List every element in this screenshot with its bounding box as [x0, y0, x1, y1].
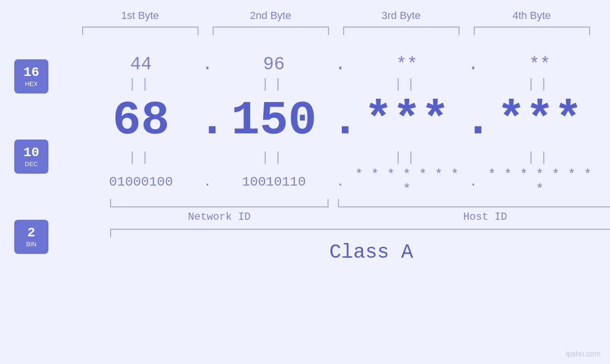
dec-b4: *** — [483, 94, 597, 148]
class-label: Class A — [110, 241, 610, 264]
dec-badge-label: DEC — [25, 160, 38, 168]
hex-badge: 16 HEX — [14, 59, 48, 93]
bin-b2: 10010110 — [217, 175, 331, 189]
hex-b1: 44 — [84, 54, 198, 75]
bin-b4: * * * * * * * * — [483, 167, 597, 196]
equals-row-2: || || || || — [48, 150, 610, 165]
byte4-label: 4th Byte — [467, 9, 597, 22]
eq1-b3: || — [350, 77, 464, 92]
header-row: 1st Byte 2nd Byte 3rd Byte 4th Byte — [75, 9, 597, 22]
bracket-top-1 — [82, 27, 198, 35]
dec-row: 68 . 150 . *** . *** — [48, 94, 610, 148]
dec-b3: *** — [350, 94, 464, 148]
equals-row-1: || || || || — [48, 77, 610, 92]
bin-b1: 01000100 — [84, 175, 198, 189]
dec-badge-num: 10 — [23, 146, 39, 160]
bracket-network — [110, 199, 328, 207]
bracket-top-4 — [474, 27, 590, 35]
bin-badge-num: 2 — [28, 226, 36, 241]
id-labels-row: Network ID Host ID — [110, 211, 610, 223]
bin-dot1: . — [198, 175, 217, 189]
network-id-label: Network ID — [110, 211, 328, 223]
bracket-top-row — [75, 27, 597, 35]
dec-badge: 10 DEC — [14, 140, 48, 174]
dec-dot3: . — [464, 94, 483, 148]
class-bracket — [110, 229, 610, 237]
dec-dot1: . — [198, 94, 217, 148]
bracket-top-2 — [213, 27, 329, 35]
dec-b1: 68 — [84, 94, 198, 148]
bin-badge: 2 BIN — [14, 220, 48, 254]
hex-b2: 96 — [217, 54, 331, 75]
main-content: 16 HEX 10 DEC 2 BIN 44 . 96 . ** . ** — [0, 40, 610, 264]
bracket-host — [338, 199, 610, 207]
byte3-label: 3rd Byte — [336, 9, 467, 22]
hex-badge-num: 16 — [23, 65, 39, 80]
host-id-label: Host ID — [338, 211, 610, 223]
data-area: 44 . 96 . ** . ** || || || || 68 — [48, 40, 610, 264]
class-section: Class A — [110, 229, 610, 264]
hex-b4: ** — [483, 54, 597, 75]
eq1-b2: || — [217, 77, 331, 92]
badges-column: 16 HEX 10 DEC 2 BIN — [14, 40, 48, 264]
hex-dot2: . — [331, 54, 350, 75]
hex-badge-label: HEX — [25, 80, 38, 87]
bin-dot3: . — [464, 175, 483, 189]
bin-dot2: . — [331, 175, 350, 189]
main-container: 1st Byte 2nd Byte 3rd Byte 4th Byte 16 H… — [0, 0, 610, 364]
hex-dot1: . — [198, 54, 217, 75]
bottom-section: Network ID Host ID — [110, 199, 610, 223]
eq1-b4: || — [483, 77, 597, 92]
eq2-b1: || — [84, 150, 198, 165]
eq2-b3: || — [350, 150, 464, 165]
hex-dot3: . — [464, 54, 483, 75]
hex-b3: ** — [350, 54, 464, 75]
byte1-label: 1st Byte — [75, 9, 206, 22]
hex-row: 44 . 96 . ** . ** — [48, 54, 610, 75]
dec-dot2: . — [331, 94, 350, 148]
watermark: ipshu.com — [566, 350, 601, 358]
eq2-b2: || — [217, 150, 331, 165]
bin-b3: * * * * * * * * — [350, 167, 464, 196]
bin-row: 01000100 . 10010110 . * * * * * * * * . … — [48, 167, 610, 196]
dec-b2: 150 — [217, 94, 331, 148]
eq1-b1: || — [84, 77, 198, 92]
bin-badge-label: BIN — [26, 241, 37, 248]
bracket-top-3 — [343, 27, 460, 35]
byte2-label: 2nd Byte — [206, 9, 336, 22]
eq2-b4: || — [483, 150, 597, 165]
bracket-bottom-row — [110, 199, 610, 207]
